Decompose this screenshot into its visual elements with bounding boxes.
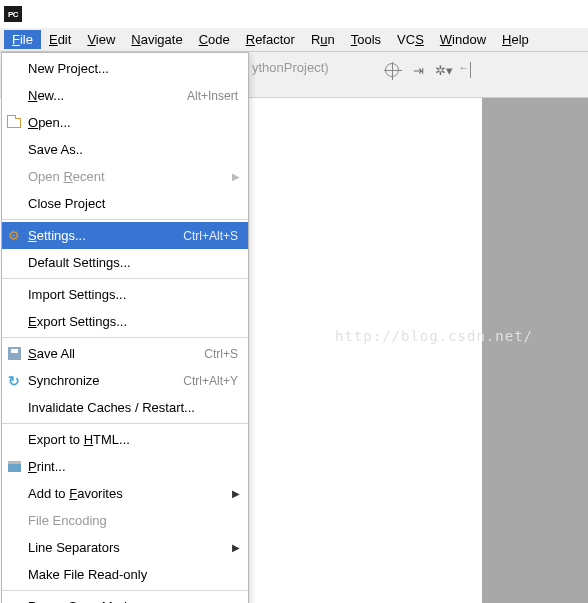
menu-item-close-project[interactable]: Close Project	[2, 190, 248, 217]
menu-item-label: Save All	[28, 346, 204, 361]
menu-view[interactable]: View	[79, 30, 123, 49]
menu-item-label: Import Settings...	[28, 287, 238, 302]
titlebar: PC	[0, 0, 588, 28]
menu-edit[interactable]: Edit	[41, 30, 79, 49]
app-icon: PC	[4, 6, 22, 22]
gear-dropdown-icon[interactable]: ✲▾	[436, 62, 452, 78]
breadcrumb-text: ythonProject)	[252, 60, 329, 75]
right-gutter	[482, 98, 588, 603]
menu-vcs[interactable]: VCS	[389, 30, 432, 49]
menu-item-label: Open Recent	[28, 169, 238, 184]
menu-item-label: New Project...	[28, 61, 238, 76]
menu-file[interactable]: File	[4, 30, 41, 49]
menu-item-file-encoding: File Encoding	[2, 507, 248, 534]
menu-help[interactable]: Help	[494, 30, 537, 49]
folder-icon	[6, 115, 22, 131]
menu-code[interactable]: Code	[191, 30, 238, 49]
menu-item-line-separators[interactable]: Line Separators▶	[2, 534, 248, 561]
menu-item-label: New...	[28, 88, 187, 103]
menu-item-label: Power Save Mode	[28, 599, 238, 603]
menu-tools[interactable]: Tools	[343, 30, 389, 49]
menu-navigate[interactable]: Navigate	[123, 30, 190, 49]
crosshair-icon[interactable]	[384, 62, 400, 78]
print-icon	[6, 459, 22, 475]
menu-item-label: Open...	[28, 115, 238, 130]
menu-item-shortcut: Ctrl+Alt+S	[183, 229, 238, 243]
menu-item-shortcut: Ctrl+S	[204, 347, 238, 361]
menu-item-label: Settings...	[28, 228, 183, 243]
submenu-arrow-icon: ▶	[232, 542, 240, 553]
menu-item-label: Add to Favorites	[28, 486, 238, 501]
menu-window[interactable]: Window	[432, 30, 494, 49]
menu-item-label: Synchronize	[28, 373, 183, 388]
menu-item-add-to-favorites[interactable]: Add to Favorites▶	[2, 480, 248, 507]
menu-item-label: Export Settings...	[28, 314, 238, 329]
menu-item-save-as[interactable]: Save As..	[2, 136, 248, 163]
menu-item-power-save-mode[interactable]: Power Save Mode	[2, 593, 248, 603]
menu-item-shortcut: Alt+Insert	[187, 89, 238, 103]
menu-item-open[interactable]: Open...	[2, 109, 248, 136]
menu-item-print[interactable]: Print...	[2, 453, 248, 480]
menu-item-settings[interactable]: ⚙Settings...Ctrl+Alt+S	[2, 222, 248, 249]
menu-item-make-file-read-only[interactable]: Make File Read-only	[2, 561, 248, 588]
menu-item-export-settings[interactable]: Export Settings...	[2, 308, 248, 335]
menu-item-save-all[interactable]: Save AllCtrl+S	[2, 340, 248, 367]
menu-item-open-recent: Open Recent▶	[2, 163, 248, 190]
menu-item-label: Export to HTML...	[28, 432, 238, 447]
menu-separator	[2, 590, 248, 591]
hide-icon[interactable]	[462, 62, 478, 78]
menu-item-label: Make File Read-only	[28, 567, 238, 582]
compress-icon[interactable]: ⇥	[410, 62, 426, 78]
menu-refactor[interactable]: Refactor	[238, 30, 303, 49]
sync-icon: ↻	[6, 373, 22, 389]
menu-item-label: Print...	[28, 459, 238, 474]
menu-item-label: File Encoding	[28, 513, 238, 528]
menubar: FileEditViewNavigateCodeRefactorRunTools…	[0, 28, 588, 52]
menu-item-label: Close Project	[28, 196, 238, 211]
menu-item-shortcut: Ctrl+Alt+Y	[183, 374, 238, 388]
menu-item-label: Invalidate Caches / Restart...	[28, 400, 238, 415]
menu-separator	[2, 337, 248, 338]
gear-icon: ⚙	[6, 228, 22, 244]
menu-item-label: Default Settings...	[28, 255, 238, 270]
menu-separator	[2, 278, 248, 279]
submenu-arrow-icon: ▶	[232, 488, 240, 499]
menu-item-synchronize[interactable]: ↻SynchronizeCtrl+Alt+Y	[2, 367, 248, 394]
file-menu-dropdown: New Project...New...Alt+InsertOpen...Sav…	[1, 52, 249, 603]
menu-separator	[2, 219, 248, 220]
menu-item-invalidate-caches-restart[interactable]: Invalidate Caches / Restart...	[2, 394, 248, 421]
menu-run[interactable]: Run	[303, 30, 343, 49]
menu-item-label: Line Separators	[28, 540, 238, 555]
menu-item-new[interactable]: New...Alt+Insert	[2, 82, 248, 109]
menu-item-export-to-html[interactable]: Export to HTML...	[2, 426, 248, 453]
save-icon	[6, 346, 22, 362]
menu-item-default-settings[interactable]: Default Settings...	[2, 249, 248, 276]
submenu-arrow-icon: ▶	[232, 171, 240, 182]
menu-item-new-project[interactable]: New Project...	[2, 55, 248, 82]
menu-separator	[2, 423, 248, 424]
menu-item-import-settings[interactable]: Import Settings...	[2, 281, 248, 308]
menu-item-label: Save As..	[28, 142, 238, 157]
